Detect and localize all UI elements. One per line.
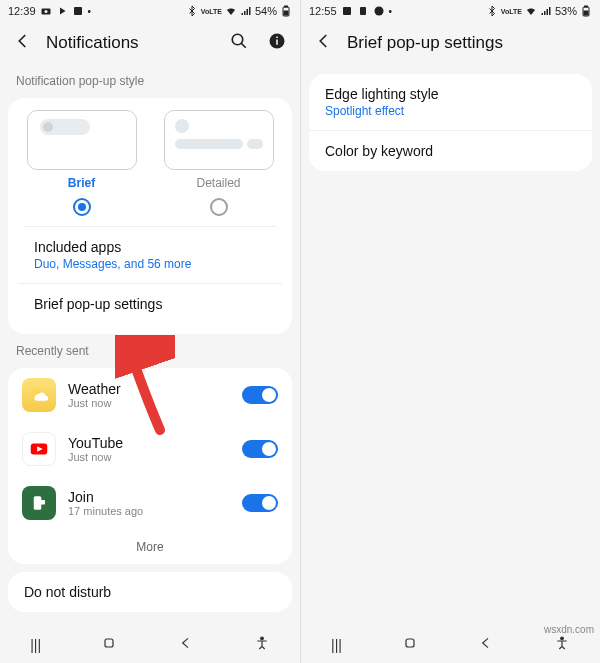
svg-rect-8 (276, 40, 278, 45)
brief-thumb (27, 110, 137, 170)
info-icon[interactable] (268, 32, 286, 54)
svg-rect-21 (584, 11, 588, 15)
brief-popup-settings-item[interactable]: Brief pop-up settings (18, 283, 282, 324)
toggle-youtube[interactable] (242, 440, 278, 458)
recent-title: Join (68, 489, 230, 505)
bluetooth-icon (186, 5, 198, 17)
dnd-card[interactable]: Do not disturb (8, 572, 292, 612)
popup-style-label: Notification pop-up style (0, 68, 300, 94)
nav-bar: ||| (0, 627, 300, 663)
svg-rect-17 (360, 7, 366, 15)
search-icon[interactable] (230, 32, 248, 54)
item-title: Color by keyword (325, 143, 576, 159)
svg-rect-13 (39, 500, 45, 505)
more-button[interactable]: More (8, 530, 292, 564)
back-icon[interactable] (14, 32, 32, 54)
more-dot: • (88, 6, 92, 17)
recent-card: Weather Just now YouTube Just now Join 1… (8, 368, 292, 564)
camera-icon (40, 5, 52, 17)
nav-recents[interactable]: ||| (30, 637, 41, 653)
radio-detailed[interactable] (210, 198, 228, 216)
youtube-icon (22, 432, 56, 466)
svg-rect-14 (105, 639, 113, 647)
recently-sent-label: Recently sent (0, 338, 300, 364)
svg-point-1 (44, 10, 47, 13)
join-icon (22, 486, 56, 520)
included-title: Included apps (34, 239, 266, 255)
recent-weather[interactable]: Weather Just now (8, 368, 292, 422)
nav-back[interactable] (478, 635, 494, 655)
page-title: Brief pop-up settings (347, 33, 503, 53)
popup-style-card: Brief Detailed Included apps Duo, Messag… (8, 98, 292, 334)
recent-join[interactable]: Join 17 minutes ago (8, 476, 292, 530)
nav-recents[interactable]: ||| (331, 637, 342, 653)
signal-icon (540, 5, 552, 17)
included-apps-item[interactable]: Included apps Duo, Messages, and 56 more (18, 227, 282, 283)
gallery-icon (72, 5, 84, 17)
watermark: wsxdn.com (544, 624, 594, 635)
edge-lighting-item[interactable]: Edge lighting style Spotlight effect (309, 74, 592, 130)
svg-rect-5 (284, 11, 288, 15)
svg-rect-20 (585, 6, 588, 7)
brief-popup-title: Brief pop-up settings (34, 296, 266, 312)
svg-rect-22 (406, 639, 414, 647)
whatsapp-icon (373, 5, 385, 17)
battery-text: 53% (555, 5, 577, 17)
toggle-join[interactable] (242, 494, 278, 512)
item-sub: Spotlight effect (325, 104, 576, 118)
nav-home[interactable] (402, 635, 418, 655)
recent-sub: Just now (68, 451, 230, 463)
battery-icon (280, 5, 292, 17)
status-bar: 12:39 • VoLTE 54% (0, 0, 300, 22)
brief-label: Brief (68, 176, 95, 190)
app-icon (341, 5, 353, 17)
detailed-label: Detailed (196, 176, 240, 190)
volte-icon: VoLTE (501, 8, 522, 15)
signal-icon (240, 5, 252, 17)
color-by-keyword-item[interactable]: Color by keyword (309, 130, 592, 171)
play-icon (56, 5, 68, 17)
svg-point-18 (374, 7, 383, 16)
battery-icon (580, 5, 592, 17)
included-sub: Duo, Messages, and 56 more (34, 257, 266, 271)
weather-icon (22, 378, 56, 412)
status-bar: 12:55 • VoLTE 53% (301, 0, 600, 22)
nav-back[interactable] (178, 635, 194, 655)
svg-rect-2 (74, 7, 82, 15)
more-dot: • (389, 6, 393, 17)
svg-point-23 (561, 637, 564, 640)
nav-accessibility[interactable] (254, 635, 270, 655)
left-screen: 12:39 • VoLTE 54% (0, 0, 300, 663)
recent-youtube[interactable]: YouTube Just now (8, 422, 292, 476)
recent-sub: Just now (68, 397, 230, 409)
toggle-weather[interactable] (242, 386, 278, 404)
nav-accessibility[interactable] (554, 635, 570, 655)
header: Notifications (0, 22, 300, 68)
radio-brief[interactable] (73, 198, 91, 216)
settings-card: Edge lighting style Spotlight effect Col… (309, 74, 592, 171)
wifi-icon (225, 5, 237, 17)
volte-icon: VoLTE (201, 8, 222, 15)
clipboard-icon (357, 5, 369, 17)
style-option-brief[interactable]: Brief (18, 110, 145, 216)
bluetooth-icon (486, 5, 498, 17)
recent-sub: 17 minutes ago (68, 505, 230, 517)
header: Brief pop-up settings (301, 22, 600, 68)
status-time: 12:39 (8, 5, 36, 17)
style-option-detailed[interactable]: Detailed (155, 110, 282, 216)
right-screen: 12:55 • VoLTE 53% (300, 0, 600, 663)
recent-title: Weather (68, 381, 230, 397)
svg-point-6 (232, 34, 243, 45)
svg-rect-9 (276, 37, 278, 39)
nav-home[interactable] (101, 635, 117, 655)
svg-point-15 (261, 637, 264, 640)
recent-title: YouTube (68, 435, 230, 451)
back-icon[interactable] (315, 32, 333, 54)
dnd-title: Do not disturb (24, 584, 276, 600)
item-title: Edge lighting style (325, 86, 576, 102)
wifi-icon (525, 5, 537, 17)
battery-text: 54% (255, 5, 277, 17)
svg-rect-16 (343, 7, 351, 15)
status-time: 12:55 (309, 5, 337, 17)
detailed-thumb (164, 110, 274, 170)
